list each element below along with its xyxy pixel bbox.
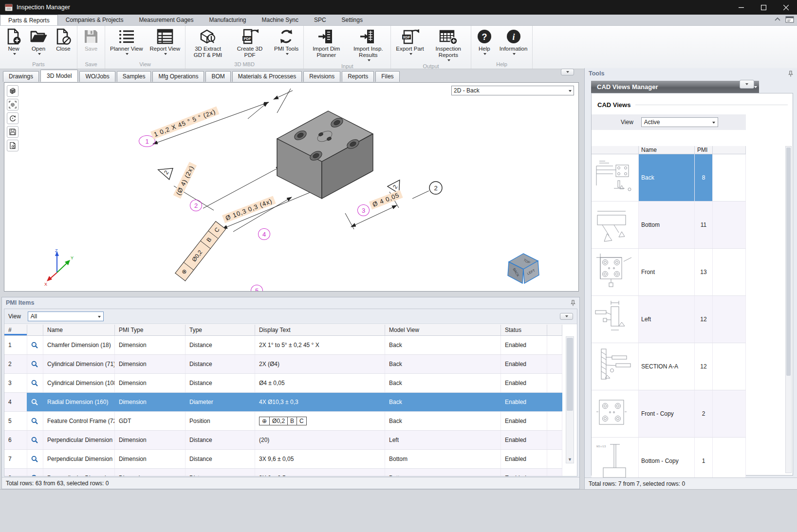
cad-view-row-back[interactable]: Back8 (592, 154, 746, 202)
pmi-balloon-4[interactable]: 4 (258, 228, 270, 240)
tab-mfg-operations[interactable]: Mfg Operations (152, 71, 204, 82)
magnifier-icon[interactable] (27, 469, 43, 476)
inspection-reports-button[interactable]: Inspection Reports (427, 26, 469, 62)
pmi-balloon-2[interactable]: 2 (190, 200, 202, 211)
pmi-vertical-scrollbar[interactable]: ▼ (566, 336, 574, 463)
pmi-row-5[interactable]: 5Feature Control Frame (72)GDTPosition⊕Ø… (4, 412, 562, 431)
import-insp-results-button[interactable]: Import Insp. Results (347, 26, 389, 62)
fit-view-icon[interactable] (7, 99, 19, 110)
import-dim-planner-button[interactable]: Import Dim Planner (305, 26, 347, 58)
cad-views-manager-header[interactable]: CAD Views Manager (591, 81, 759, 93)
cad-view-thumbnail[interactable] (592, 296, 639, 343)
column-header-status[interactable]: Status (501, 325, 547, 335)
pmi-row-6[interactable]: 6Perpendicular Dimension (20)DimensionDi… (4, 431, 562, 450)
shaded-view-icon[interactable] (7, 85, 19, 97)
pmi-row-3[interactable]: 3Cylindrical Dimension (108)DimensionDis… (4, 374, 562, 393)
pin-icon[interactable] (788, 71, 793, 77)
pin-icon[interactable] (571, 300, 575, 306)
tab-samples[interactable]: Samples (117, 71, 151, 82)
3d-extract-gdt-pmi-button[interactable]: 3D Extract GDT & PMI (187, 26, 229, 58)
tab-reports[interactable]: Reports (342, 71, 374, 82)
column-header-thumbnail[interactable] (592, 146, 639, 154)
add-view-icon[interactable] (7, 140, 19, 151)
viewer-view-selector[interactable]: 2D - Back (451, 86, 574, 95)
pmi-row-2[interactable]: 2Cylindrical Dimension (71)DimensionDist… (4, 355, 562, 374)
menu-tab-manufacturing[interactable]: Manufacturing (201, 15, 254, 25)
pmi-tools-button[interactable]: PMI Tools (271, 26, 302, 55)
ribbon-layout-icon[interactable] (785, 16, 794, 23)
cad-view-row-bottom[interactable]: Bottom11 (592, 202, 746, 249)
menu-tab-settings[interactable]: Settings (334, 15, 371, 25)
minimize-button[interactable] (730, 0, 752, 15)
cad-view-row-left[interactable]: Left12 (592, 296, 746, 343)
save-button[interactable]: Save (79, 26, 103, 52)
pmi-collapse-button[interactable] (560, 313, 573, 320)
close-button[interactable]: Close (51, 26, 75, 52)
pmi-row-1[interactable]: 1Chamfer Dimension (18)DimensionDistance… (4, 336, 562, 355)
pmi-row-8[interactable]: 8Perpendicular Dimension (73)DimensionDi… (4, 469, 562, 476)
cad-view-row-front-copy[interactable]: Front - Copy2 (592, 390, 746, 438)
scrollbar-down-arrow[interactable]: ▼ (566, 457, 574, 462)
cad-vertical-scrollbar[interactable] (785, 146, 792, 473)
close-button[interactable] (775, 0, 797, 15)
model-viewer[interactable]: 2 2 2 Z Y X TOP BACK (4, 82, 579, 292)
cad-view-thumbnail[interactable] (592, 154, 639, 201)
information-button[interactable]: iInformation (496, 26, 531, 55)
collapse-ribbon-icon[interactable] (774, 16, 781, 23)
column-header-thumbnail[interactable] (713, 146, 746, 154)
scrollbar-thumb[interactable] (567, 338, 573, 411)
cad-view-thumbnail[interactable] (592, 343, 639, 390)
pmi-row-4[interactable]: 4Radial Dimension (160)DimensionDiameter… (4, 393, 562, 412)
column-header-name[interactable]: Name (639, 146, 695, 154)
tab-overflow-button[interactable] (561, 69, 574, 75)
menu-tab-companies-projects[interactable]: Companies & Projects (58, 15, 131, 25)
menu-tab-parts-reports[interactable]: Parts & Reports (0, 15, 58, 25)
column-header-icon[interactable] (27, 325, 43, 335)
scrollbar-thumb[interactable] (786, 147, 791, 376)
cad-view-row-section-a-a[interactable]: SECTION A-A12 (592, 343, 746, 390)
pmi-balloon-3[interactable]: 3 (357, 204, 370, 216)
column-header-pmi-type[interactable]: PMI Type (115, 325, 185, 335)
tab-bom[interactable]: BOM (205, 71, 230, 82)
new-button[interactable]: New (1, 26, 26, 55)
menu-tab-spc[interactable]: SPC (306, 15, 334, 25)
save-view-icon[interactable] (7, 126, 19, 138)
cad-view-filter[interactable]: Active (641, 117, 718, 127)
tab-drawings[interactable]: Drawings (3, 71, 39, 82)
column-header-name[interactable]: Name (43, 325, 115, 335)
pmi-view-filter[interactable]: All (28, 312, 104, 321)
tab-files[interactable]: Files (375, 71, 399, 82)
column-header-model-view[interactable]: Model View (385, 325, 501, 335)
column-header-[interactable]: # (4, 325, 27, 335)
cad-view-row-front[interactable]: Front13 (592, 249, 746, 296)
tab-3d-model[interactable]: 3D Model (40, 70, 78, 82)
maximize-button[interactable] (752, 0, 775, 15)
cad-view-thumbnail[interactable] (592, 390, 639, 437)
tab-wo-jobs[interactable]: WO/Jobs (79, 71, 115, 82)
tab-materials-processes[interactable]: Materials & Processes (232, 71, 302, 82)
cad-view-thumbnail[interactable] (592, 202, 639, 248)
magnifier-icon[interactable] (27, 374, 43, 392)
magnifier-icon[interactable] (27, 431, 43, 449)
menu-tab-measurement-gages[interactable]: Measurement Gages (131, 15, 201, 25)
export-part-button[interactable]: XDFExport Part (392, 26, 427, 55)
magnifier-icon[interactable] (27, 336, 43, 354)
pmi-row-7[interactable]: 7Perpendicular Dimension (75)DimensionDi… (4, 450, 562, 469)
rotate-view-icon[interactable] (7, 112, 19, 124)
manager-collapse-button[interactable] (740, 80, 754, 89)
report-view-button[interactable]: Report View (147, 26, 184, 55)
column-header-type[interactable]: Type (185, 325, 255, 335)
help-button[interactable]: ?Help (473, 26, 496, 55)
planner-view-button[interactable]: Planner View (107, 26, 147, 55)
column-header-display-text[interactable]: Display Text (255, 325, 385, 335)
create-3d-pdf-button[interactable]: PDFCreate 3D PDF (229, 26, 271, 58)
tab-revisions[interactable]: Revisions (303, 71, 340, 82)
open-button[interactable]: Open (26, 26, 51, 55)
cad-view-thumbnail[interactable] (592, 249, 639, 295)
magnifier-icon[interactable] (27, 412, 43, 430)
menu-tab-machine-sync[interactable]: Machine Sync (254, 15, 306, 25)
magnifier-icon[interactable] (27, 393, 43, 411)
magnifier-icon[interactable] (27, 355, 43, 373)
magnifier-icon[interactable] (27, 450, 43, 468)
column-header-pmi[interactable]: PMI (695, 146, 713, 154)
